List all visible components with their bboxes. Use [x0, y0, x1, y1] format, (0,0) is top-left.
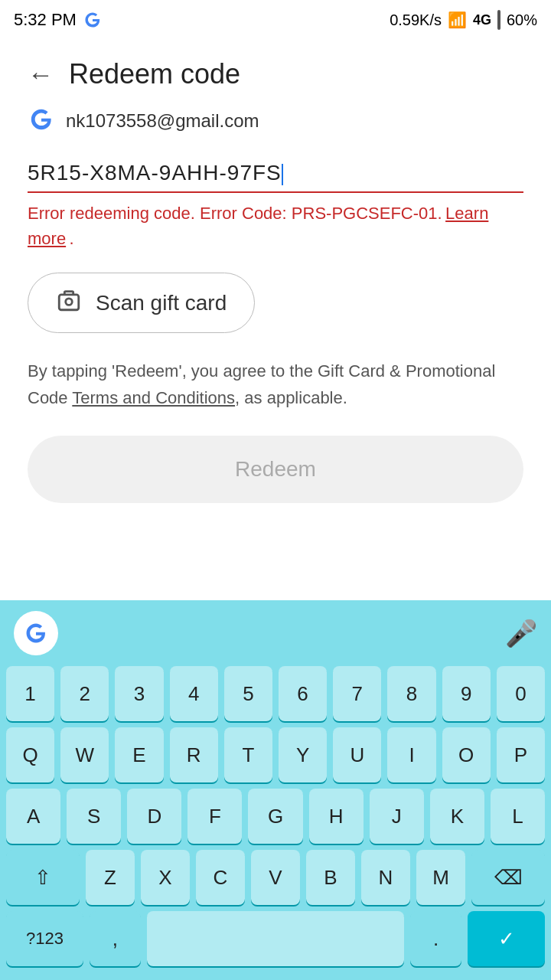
- redeem-button[interactable]: Redeem: [28, 436, 523, 503]
- keyboard-row-zxcv: ⇧ Z X C V B N M ⌫: [6, 850, 545, 905]
- code-input-value[interactable]: 5R15-X8MA-9AHH-97FS: [28, 161, 282, 185]
- keyboard-top-bar: 🎤: [6, 611, 545, 666]
- terms-text: By tapping 'Redeem', you agree to the Gi…: [28, 358, 523, 411]
- battery-indicator: [497, 11, 500, 29]
- key-q[interactable]: Q: [6, 727, 54, 782]
- key-h[interactable]: H: [309, 789, 364, 844]
- key-8[interactable]: 8: [387, 666, 435, 721]
- signal-icon: 📶: [448, 11, 467, 29]
- key-i[interactable]: I: [387, 727, 435, 782]
- gboard-logo: [14, 611, 58, 655]
- scan-gift-card-button[interactable]: Scan gift card: [28, 273, 255, 333]
- key-f[interactable]: F: [187, 789, 242, 844]
- app-content: ← Redeem code nk1073558@gmail.com 5R15-X…: [0, 40, 551, 503]
- key-s[interactable]: S: [67, 789, 121, 844]
- key-z[interactable]: Z: [86, 850, 135, 905]
- scan-label: Scan gift card: [96, 291, 227, 315]
- keyboard-row-qwerty: Q W E R T Y U I O P: [6, 727, 545, 782]
- keyboard: 🎤 1 2 3 4 5 6 7 8 9 0 Q W E R T Y U I O …: [0, 600, 551, 980]
- space-key[interactable]: [147, 911, 404, 966]
- shift-key[interactable]: ⇧: [6, 850, 80, 905]
- status-bar: 5:32 PM 0.59K/s 📶 4G 60%: [0, 0, 551, 40]
- key-t[interactable]: T: [224, 727, 272, 782]
- key-n[interactable]: N: [361, 850, 410, 905]
- keyboard-row-numbers: 1 2 3 4 5 6 7 8 9 0: [6, 666, 545, 721]
- error-block: Error redeeming code. Error Code: PRS-PG…: [28, 201, 523, 251]
- key-4[interactable]: 4: [170, 666, 218, 721]
- keyboard-row-bottom: ?123 , . ✓: [6, 911, 545, 966]
- key-c[interactable]: C: [196, 850, 245, 905]
- status-time: 5:32 PM: [14, 10, 77, 30]
- key-y[interactable]: Y: [279, 727, 327, 782]
- google-status-icon: [83, 10, 103, 30]
- key-a[interactable]: A: [6, 789, 60, 844]
- text-cursor: [282, 164, 283, 185]
- terms-link[interactable]: Terms and Conditions: [72, 388, 235, 407]
- key-v[interactable]: V: [251, 850, 300, 905]
- account-email: nk1073558@gmail.com: [66, 110, 259, 132]
- key-j[interactable]: J: [370, 789, 424, 844]
- backspace-key[interactable]: ⌫: [471, 850, 545, 905]
- key-9[interactable]: 9: [442, 666, 491, 721]
- key-l[interactable]: L: [491, 789, 545, 844]
- camera-icon: [56, 287, 82, 318]
- svg-point-1: [66, 299, 73, 305]
- battery-percent: 60%: [507, 11, 537, 29]
- key-d[interactable]: D: [127, 789, 181, 844]
- key-g[interactable]: G: [248, 789, 302, 844]
- key-o[interactable]: O: [442, 727, 491, 782]
- network-type: 4G: [473, 12, 491, 28]
- terms-text-after: , as applicable.: [235, 388, 347, 407]
- key-k[interactable]: K: [430, 789, 484, 844]
- enter-key[interactable]: ✓: [468, 911, 545, 966]
- key-7[interactable]: 7: [333, 666, 381, 721]
- key-p[interactable]: P: [497, 727, 545, 782]
- key-r[interactable]: R: [170, 727, 218, 782]
- key-w[interactable]: W: [60, 727, 109, 782]
- header: ← Redeem code: [28, 40, 523, 106]
- google-account-icon: [28, 106, 55, 136]
- page-title: Redeem code: [69, 58, 240, 90]
- back-button[interactable]: ←: [28, 61, 54, 87]
- svg-rect-0: [59, 295, 79, 310]
- comma-key[interactable]: ,: [90, 911, 141, 966]
- error-message: Error redeeming code. Error Code: PRS-PG…: [28, 204, 442, 223]
- microphone-icon[interactable]: 🎤: [505, 618, 537, 648]
- code-input-wrap[interactable]: 5R15-X8MA-9AHH-97FS: [28, 155, 523, 193]
- network-speed: 0.59K/s: [390, 11, 442, 29]
- symbols-key[interactable]: ?123: [6, 911, 83, 966]
- key-5[interactable]: 5: [224, 666, 272, 721]
- key-2[interactable]: 2: [60, 666, 109, 721]
- key-b[interactable]: B: [306, 850, 355, 905]
- key-u[interactable]: U: [333, 727, 381, 782]
- key-x[interactable]: X: [141, 850, 190, 905]
- key-1[interactable]: 1: [6, 666, 54, 721]
- key-0[interactable]: 0: [497, 666, 545, 721]
- key-e[interactable]: E: [115, 727, 163, 782]
- key-6[interactable]: 6: [279, 666, 327, 721]
- period-key[interactable]: .: [410, 911, 461, 966]
- keyboard-row-asdf: A S D F G H J K L: [6, 789, 545, 844]
- key-m[interactable]: M: [416, 850, 465, 905]
- key-3[interactable]: 3: [115, 666, 163, 721]
- account-row: nk1073558@gmail.com: [28, 106, 523, 136]
